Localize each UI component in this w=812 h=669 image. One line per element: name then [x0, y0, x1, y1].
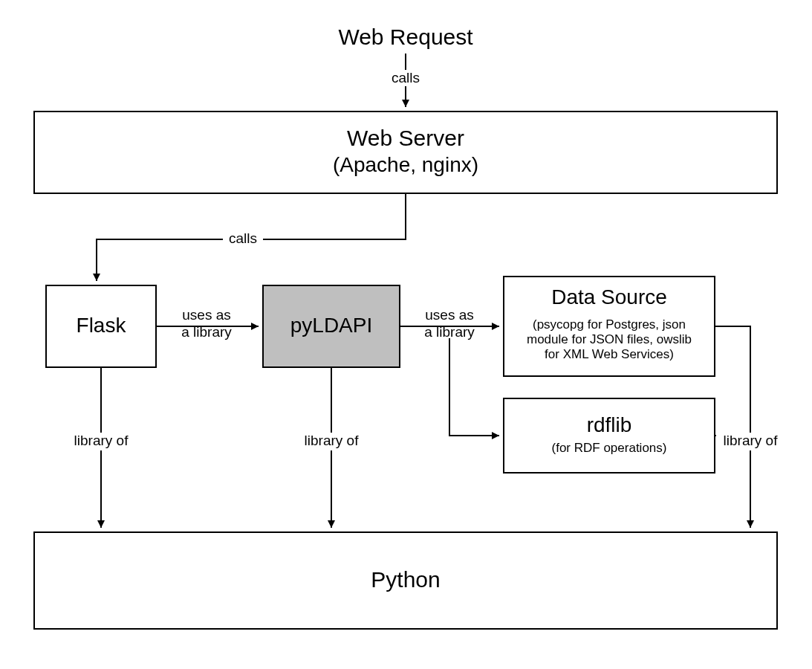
edge-label-lib-2: library of [305, 433, 360, 448]
node-web-server [34, 112, 777, 193]
node-pyldapi-title: pyLDAPI [290, 314, 373, 337]
edge-label-lib-3: library of [724, 433, 779, 448]
node-web-server-subtitle: (Apache, nginx) [333, 153, 478, 176]
edge-label-calls-2: calls [229, 230, 257, 246]
edge-label-uses-2b: a library [424, 324, 475, 340]
node-rdflib-subtitle: (for RDF operations) [552, 441, 667, 455]
node-flask-title: Flask [77, 314, 127, 337]
edge-label-uses-1a: uses as [182, 307, 230, 323]
edge-label-lib-1: library of [74, 433, 129, 448]
edge-label-calls-1: calls [392, 70, 420, 85]
node-data-source-sub3: for XML Web Services) [545, 347, 674, 361]
edge-label-uses-1b: a library [181, 324, 232, 340]
edge-datasource-to-python [715, 326, 750, 528]
node-web-server-title: Web Server [347, 126, 464, 150]
node-python-title: Python [371, 567, 440, 592]
edge-label-uses-2a: uses as [425, 307, 473, 323]
node-rdflib-title: rdflib [587, 413, 632, 436]
node-data-source-title: Data Source [551, 285, 667, 308]
architecture-diagram: Web Request calls Web Server (Apache, ng… [0, 0, 812, 669]
node-data-source-sub2: module for JSON files, owslib [527, 332, 692, 346]
node-web-request: Web Request [338, 25, 473, 49]
node-data-source-sub1: (psycopg for Postgres, json [533, 317, 686, 332]
edge-pyldapi-to-rdflib [449, 338, 499, 436]
